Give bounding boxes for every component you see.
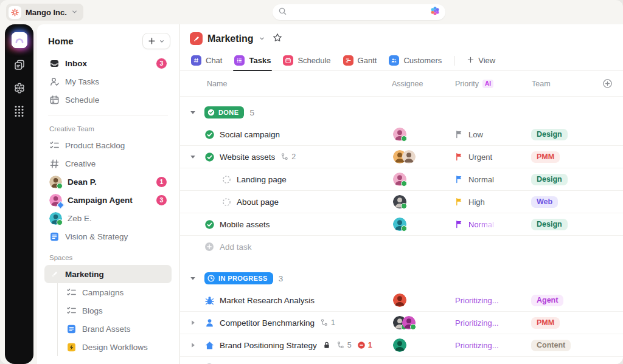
avatar[interactable] [49,176,62,188]
team-cell[interactable]: PMM [523,317,596,329]
search-input[interactable] [273,4,445,20]
add-view-button[interactable]: View [462,56,500,66]
task-row[interactable]: Social campaignLowDesign [180,123,623,146]
sidebar-item-marketing[interactable]: Marketing [44,265,172,283]
expand-right-icon[interactable] [189,320,204,326]
tab-customers[interactable]: Customers [384,50,447,70]
priority-cell[interactable]: Low [447,130,523,139]
avatar[interactable] [393,218,406,231]
team-cell[interactable]: Web [523,196,596,208]
tab-gantt[interactable]: Gantt [338,50,382,70]
column-team[interactable]: Team [523,80,596,88]
avatar[interactable] [49,194,62,207]
tab-tasks[interactable]: Tasks [229,50,276,70]
favorite-star-icon[interactable] [273,33,282,45]
tab-chat[interactable]: Chat [186,50,227,70]
team-cell[interactable]: Agent [523,294,596,306]
team-pill: Design [531,219,568,230]
sidebar-item-my-tasks[interactable]: My Tasks [44,72,172,91]
apps-grid-icon[interactable] [13,105,26,117]
sidebar-item-campaigns[interactable]: Campaigns [61,283,172,301]
assignee-cell[interactable] [383,128,447,141]
team-cell[interactable]: Content [523,339,596,351]
avatar[interactable] [402,150,416,163]
priority-cell[interactable]: Prioritizing... [447,341,523,350]
team-cell[interactable]: Design [523,218,596,230]
workspace-switcher[interactable]: Mango Inc. [6,4,83,21]
task-row[interactable]: About pageHighWeb [180,191,623,213]
expand-right-icon[interactable] [189,342,204,348]
subtask-count[interactable]: 1 [320,318,335,327]
assignee-cell[interactable] [383,218,447,231]
sidebar-item-design-workflows[interactable]: Design Workflows [61,338,172,356]
task-row[interactable]: Mobile assetsNormalDesign [180,213,623,236]
subtask-count[interactable]: 5 [336,341,352,349]
assignee-cell[interactable] [383,173,447,186]
task-status-done-icon[interactable] [204,152,215,162]
task-status-dashed-icon[interactable] [221,197,232,207]
add-task-button[interactable]: Add task [180,236,623,258]
priority-cell[interactable]: Normal [447,175,523,184]
task-status-home-icon[interactable] [204,340,215,351]
assignee-cell[interactable] [383,338,447,352]
task-status-done-icon[interactable] [204,219,215,230]
sidebar-item-inbox[interactable]: Inbox3 [44,54,172,72]
task-row[interactable]: Market Research AnalysisPrioritizing...A… [180,289,623,312]
assignee-cell[interactable] [383,195,447,208]
collapse-group-icon[interactable] [189,109,204,115]
column-assignee[interactable]: Assignee [383,80,447,88]
chevron-down-icon[interactable] [259,33,265,44]
tab-schedule[interactable]: Schedule [278,50,335,70]
sidebar-item-product-backlog[interactable]: Product Backlog [44,136,172,154]
priority-cell[interactable]: Normal [447,220,523,229]
avatar[interactable] [393,173,406,186]
priority-cell[interactable]: Prioritizing... [447,296,523,305]
avatar[interactable] [393,338,406,352]
blocked-count[interactable]: 1 [357,341,372,349]
subtask-count[interactable]: 2 [280,153,296,161]
task-row[interactable]: Website assets2UrgentPMM [180,146,623,168]
team-cell[interactable]: Design [523,173,596,185]
column-name[interactable]: Name [189,80,383,88]
status-pill[interactable]: DONE [204,106,244,118]
team-cell[interactable]: Design [523,128,596,140]
priority-cell[interactable]: Prioritizing... [447,318,523,328]
sidebar-item-creative[interactable]: Creative [44,154,172,173]
task-row[interactable]: Competitor Benchmarking1Prioritizing...P… [180,312,623,334]
add-column-icon[interactable] [596,78,618,89]
avatar[interactable] [49,212,62,225]
assignee-cell[interactable] [383,150,447,163]
collapse-group-icon[interactable] [189,275,204,281]
workspace-home-icon[interactable] [12,32,27,48]
sidebar-item-brand-assets[interactable]: Brand Assets [61,320,172,338]
sidebar-item-campaign-agent[interactable]: Campaign Agent3 [44,191,172,209]
column-priority[interactable]: PriorityAI [447,80,523,88]
avatar[interactable] [393,195,406,208]
avatar[interactable] [402,316,416,329]
docs-stack-icon[interactable] [13,58,26,71]
sidebar-item-vision-strategy[interactable]: Vision & Strategy [44,227,172,246]
sidebar-item-dean-p-[interactable]: Dean P.1 [44,173,172,191]
new-item-button[interactable] [142,33,170,49]
sidebar-item-zeb-e-[interactable]: Zeb E. [44,209,172,227]
task-status-person-icon[interactable] [204,318,215,328]
assignee-cell[interactable] [383,316,447,329]
sidebar-item-schedule[interactable]: Schedule [44,91,172,109]
task-status-dashed-icon[interactable] [221,174,232,185]
team-cell[interactable]: PMM [523,151,596,163]
status-pill[interactable]: IN PROGRESS [204,272,273,284]
sidebar-item-blogs[interactable]: Blogs [61,301,172,320]
assignee-cell[interactable] [383,294,447,307]
add-task-button[interactable]: Add task [180,357,623,364]
priority-cell[interactable]: High [447,197,523,207]
ai-flower-icon[interactable] [430,6,440,18]
expand-down-icon[interactable] [189,154,204,160]
task-status-bug-icon[interactable] [204,295,215,306]
avatar[interactable] [393,294,406,307]
task-row[interactable]: Brand Positioning Strategy51Prioritizing… [180,334,623,357]
ai-flower-outline-icon[interactable] [13,81,26,94]
priority-cell[interactable]: Urgent [447,153,523,162]
task-status-done-icon[interactable] [204,129,215,140]
avatar[interactable] [393,128,406,141]
task-row[interactable]: Landing pageNormalDesign [180,168,623,191]
